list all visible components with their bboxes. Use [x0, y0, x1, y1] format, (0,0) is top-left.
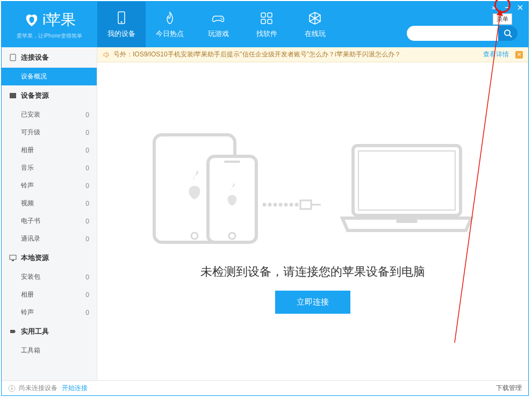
start-connect-link[interactable]: 开始连接 [62, 384, 88, 393]
tab-games[interactable]: 玩游戏 [194, 2, 242, 47]
header-bar: i苹果 爱苹果，让iPhone变得简单 我的设备 今日热点 玩游戏 找软件 [2, 2, 528, 47]
tab-online[interactable]: 在线玩 [291, 2, 339, 47]
svg-point-1 [121, 21, 123, 23]
info-icon [8, 385, 16, 392]
sidebar-item-local-photos[interactable]: 相册0 [2, 286, 97, 304]
svg-rect-5 [268, 13, 272, 17]
sidebar-item-ringtones[interactable]: 铃声0 [2, 177, 97, 194]
svg-point-37 [11, 386, 12, 387]
svg-rect-15 [10, 93, 16, 98]
nav-tabs: 我的设备 今日热点 玩游戏 找软件 在线玩 [97, 2, 339, 47]
no-device-message: 未检测到设备，请连接您的苹果设备到电脑 [200, 264, 425, 280]
sidebar-item-installed[interactable]: 已安装0 [2, 106, 97, 124]
sidebar-item-toolbox[interactable]: 工具箱 [2, 342, 97, 359]
device-illustration [149, 129, 477, 248]
svg-point-23 [263, 204, 265, 206]
svg-point-29 [296, 204, 298, 206]
tagline: 爱苹果，让iPhone变得简单 [17, 32, 82, 40]
monitor-section-icon [9, 254, 17, 262]
tab-label: 今日热点 [156, 29, 184, 39]
search-wrap [407, 26, 517, 41]
svg-point-3 [221, 19, 222, 20]
tab-hot[interactable]: 今日热点 [146, 2, 194, 47]
device-area: 未检测到设备，请连接您的苹果设备到电脑 立即连接 [97, 62, 528, 380]
svg-rect-33 [358, 151, 455, 210]
svg-point-25 [274, 204, 276, 206]
svg-point-28 [290, 204, 292, 206]
banner-close-button[interactable]: ✕ [515, 51, 523, 59]
tab-label: 玩游戏 [208, 29, 229, 39]
sidebar-item-overview[interactable]: 设备概况 [2, 68, 97, 85]
download-manager-link[interactable]: 下载管理 [496, 384, 522, 393]
connection-status: 尚未连接设备 [19, 384, 57, 393]
window-controls [491, 4, 524, 11]
status-bar: 尚未连接设备 开始连接 下载管理 [2, 380, 528, 395]
sidebar-item-local-ringtones[interactable]: 铃声0 [2, 304, 97, 321]
svg-rect-4 [261, 13, 265, 17]
close-button[interactable] [516, 4, 524, 11]
sidebar-item-videos[interactable]: 视频0 [2, 194, 97, 212]
svg-point-2 [220, 18, 221, 19]
svg-rect-32 [353, 146, 461, 215]
gamepad-icon [211, 11, 226, 26]
sidebar-header-local: 本地资源 [2, 248, 97, 268]
svg-rect-6 [261, 19, 265, 24]
tools-section-icon [9, 328, 17, 335]
resources-section-icon [9, 92, 17, 99]
svg-rect-16 [10, 255, 16, 259]
svg-rect-14 [10, 54, 16, 61]
logo-area: i苹果 爱苹果，让iPhone变得简单 [2, 2, 97, 47]
main-content: 号外：IOS9/IOS10手机安装i苹果助手后提示"信任企业级开发者账号"怎么办… [97, 47, 528, 380]
connect-button[interactable]: 立即连接 [275, 291, 350, 314]
heart-logo-icon [23, 11, 40, 28]
tab-label: 找软件 [256, 29, 277, 39]
svg-rect-7 [268, 19, 272, 24]
svg-line-13 [509, 35, 512, 37]
fire-icon [162, 11, 177, 26]
sidebar-header-tools: 实用工具 [2, 321, 97, 342]
notice-banner: 号外：IOS9/IOS10手机安装i苹果助手后提示"信任企业级开发者账号"怎么办… [97, 47, 528, 62]
search-button[interactable] [498, 26, 517, 41]
banner-text: 号外：IOS9/IOS10手机安装i苹果助手后提示"信任企业级开发者账号"怎么办… [113, 50, 401, 59]
svg-point-12 [505, 30, 510, 35]
minimize-icon [505, 5, 510, 10]
sidebar-item-music[interactable]: 音乐0 [2, 159, 97, 177]
svg-point-19 [191, 233, 198, 239]
menu-dropdown-button[interactable] [491, 4, 498, 11]
speaker-icon [103, 51, 110, 59]
sidebar-item-contacts[interactable]: 通讯录0 [2, 230, 97, 248]
sidebar-item-packages[interactable]: 安装包0 [2, 268, 97, 286]
tab-software[interactable]: 找软件 [242, 2, 291, 47]
sidebar-header-resources: 设备资源 [2, 85, 97, 106]
search-input[interactable] [407, 26, 498, 41]
laptop-svg [337, 140, 477, 237]
svg-point-24 [269, 204, 271, 206]
tab-label: 我的设备 [107, 29, 135, 39]
tab-label: 在线玩 [305, 29, 326, 39]
online-icon [307, 11, 322, 26]
sidebar-item-ebooks[interactable]: 电子书0 [2, 212, 97, 230]
chevron-down-icon [492, 6, 497, 9]
minimize-button[interactable] [504, 4, 511, 11]
device-section-icon [9, 54, 17, 61]
sidebar-item-upgradable[interactable]: 可升级0 [2, 124, 97, 141]
devices-svg [149, 129, 321, 248]
sidebar-header-connect: 连接设备 [2, 47, 97, 68]
svg-rect-22 [224, 161, 240, 163]
sidebar-item-photos[interactable]: 相册0 [2, 141, 97, 159]
apps-icon [259, 11, 274, 26]
svg-point-26 [279, 204, 282, 206]
brand-name: i苹果 [42, 10, 76, 30]
search-icon [504, 29, 512, 38]
svg-point-27 [285, 204, 287, 206]
menu-tooltip: 菜单 [493, 13, 512, 25]
tab-my-device[interactable]: 我的设备 [97, 2, 146, 47]
svg-rect-30 [300, 200, 311, 209]
device-icon [114, 11, 129, 26]
sidebar: 连接设备 设备概况 设备资源 已安装0 可升级0 相册0 音乐0 铃声0 视频0… [2, 47, 97, 380]
close-icon [517, 5, 523, 10]
banner-link[interactable]: 查看详情 [483, 50, 509, 59]
svg-rect-34 [396, 220, 418, 223]
